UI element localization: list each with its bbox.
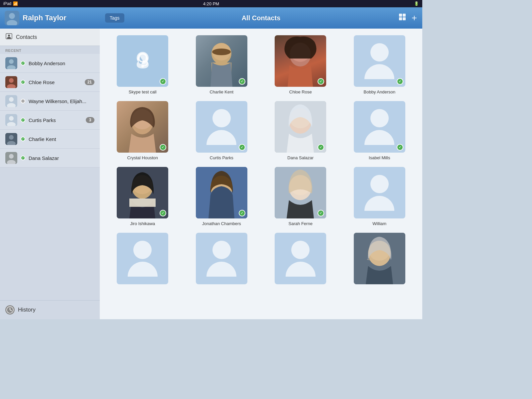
badge: 3 [86, 117, 94, 123]
online-badge [239, 144, 245, 151]
svg-rect-27 [399, 14, 402, 17]
svg-point-4 [8, 35, 10, 37]
contact-card-name: William [372, 221, 386, 226]
contact-card[interactable]: Chloe Rose [264, 35, 337, 94]
svg-rect-29 [399, 17, 402, 20]
online-badge [239, 78, 245, 85]
svg-rect-33 [137, 57, 140, 61]
online-indicator [21, 118, 25, 122]
status-bar-left: iPad 📶 [3, 1, 18, 6]
app-container: Ralph Taylor Contacts RECENT [0, 7, 422, 319]
contact-photo-charlie [196, 35, 247, 87]
person-placeholder [128, 241, 158, 277]
contacts-grid: Skype test call Charlie Kent [100, 29, 422, 319]
contact-card-name: Bobby Anderson [364, 89, 395, 94]
contact-card[interactable]: Jiro Ishikawa [106, 167, 179, 226]
contact-card[interactable] [343, 233, 416, 287]
contact-name: Dana Salazar [29, 155, 94, 161]
contact-avatar-chloe [5, 76, 17, 88]
contact-avatar-dana [5, 152, 17, 164]
contact-photo-jiro [117, 167, 168, 218]
contact-photo-last [354, 233, 405, 284]
svg-rect-28 [403, 14, 406, 17]
contact-card-name: Charlie Kent [209, 89, 233, 94]
svg-point-6 [9, 59, 14, 64]
grid-icon[interactable] [398, 13, 406, 23]
contact-photo-placeholder [196, 233, 247, 284]
header-actions: + [398, 13, 417, 23]
add-button[interactable]: + [412, 13, 417, 23]
contact-card[interactable]: Bobby Anderson [343, 35, 416, 94]
contact-card[interactable]: Sarah Ferne [264, 167, 337, 226]
contact-photo-sarah [275, 167, 326, 218]
contact-card[interactable]: William [343, 167, 416, 226]
contact-card-name: Chloe Rose [289, 89, 312, 94]
contact-avatar-wayne [5, 95, 17, 107]
svg-point-21 [9, 154, 14, 159]
svg-point-9 [9, 78, 14, 83]
online-indicator [21, 61, 25, 66]
history-label: History [18, 307, 36, 313]
status-bar: iPad 📶 4:20 PM 🔋 [0, 0, 422, 7]
contact-card-name: Sarah Ferne [289, 221, 313, 226]
svg-point-18 [9, 135, 14, 140]
contact-photo-isabel [354, 101, 405, 153]
battery-icon: 🔋 [414, 1, 419, 6]
person-placeholder [364, 175, 394, 211]
sidebar-item[interactable]: Charlie Kent [0, 130, 100, 149]
avatar [5, 11, 19, 25]
ipad-label: iPad [3, 1, 11, 6]
svg-point-35 [141, 65, 144, 67]
online-indicator [21, 137, 25, 141]
online-badge [160, 78, 166, 85]
contact-card[interactable]: Charlie Kent [186, 35, 258, 94]
contact-photo-chloe [275, 35, 326, 87]
sidebar-list: Bobby Anderson Chloe Rose 21 [0, 54, 100, 300]
contact-photo-curtis [196, 101, 247, 153]
offline-indicator [21, 99, 25, 103]
contact-photo-bobby [354, 35, 405, 87]
status-bar-right: 🔋 [414, 1, 419, 6]
contact-card[interactable]: Jonathan Chambers [186, 167, 258, 226]
contact-card-name: Curtis Parks [210, 155, 233, 160]
sidebar-header: Ralph Taylor [0, 7, 100, 29]
contact-card-name: Isabel Mills [369, 155, 390, 160]
contact-card[interactable] [264, 233, 337, 287]
contact-card[interactable]: Crystal Houston [106, 101, 179, 160]
contact-name: Charlie Kent [29, 136, 94, 142]
history-icon [5, 305, 15, 315]
contacts-section: Contacts [0, 29, 100, 46]
contact-card[interactable]: Isabel Mills [343, 101, 416, 160]
contact-card[interactable] [106, 233, 179, 287]
online-badge [397, 144, 403, 151]
contact-avatar-charlie [5, 133, 17, 145]
svg-point-15 [9, 116, 14, 121]
contacts-icon [5, 33, 13, 42]
svg-rect-30 [403, 17, 406, 20]
history-button[interactable]: History [0, 300, 100, 319]
sidebar-item[interactable]: Wayne Wilkerson, Elijah... [0, 92, 100, 111]
contact-card[interactable]: Curtis Parks [186, 101, 258, 160]
contact-name: Wayne Wilkerson, Elijah... [29, 98, 94, 104]
contact-card[interactable] [186, 233, 258, 287]
contact-avatar-curtis [5, 114, 17, 126]
sidebar-item[interactable]: Dana Salazar [0, 149, 100, 168]
contact-card-name: Skype test call [129, 89, 157, 94]
contact-photo-skype [117, 35, 168, 87]
contact-card[interactable]: Skype test call [106, 35, 179, 94]
contact-avatar-bobby [5, 57, 17, 69]
sidebar-item[interactable]: Bobby Anderson [0, 54, 100, 73]
online-indicator [21, 156, 25, 160]
contact-card[interactable]: Dana Salazar [264, 101, 337, 160]
time-display: 4:20 PM [203, 1, 219, 6]
sidebar-item[interactable]: Chloe Rose 21 [0, 73, 100, 92]
tags-button[interactable]: Tags [105, 13, 124, 23]
person-placeholder [364, 109, 394, 145]
main-header: Tags All Contacts + [100, 7, 422, 29]
contact-name: Bobby Anderson [29, 61, 94, 66]
contacts-label: Contacts [16, 34, 37, 40]
contacts-button[interactable]: Contacts [0, 29, 100, 46]
sidebar-item[interactable]: Curtis Parks 3 [0, 111, 100, 130]
contact-card-name: Jiro Ishikawa [130, 221, 155, 226]
online-indicator [21, 80, 25, 84]
